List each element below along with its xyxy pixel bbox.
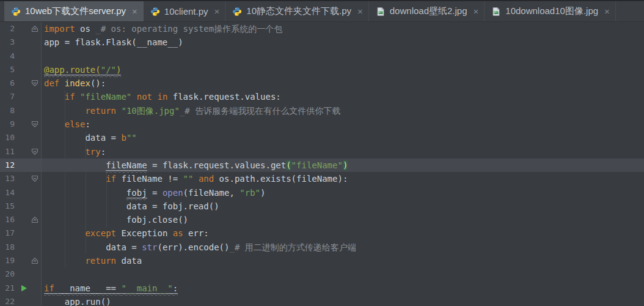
code-line[interactable]: import os _# os: operating system操作系统的一个… <box>42 22 644 35</box>
code-token: app = flask.Flask(__name__) <box>44 37 183 47</box>
code-token: fileName <box>106 160 147 171</box>
editor-tab[interactable]: 10download10图像.jpg× <box>485 1 616 21</box>
gutter: 3 <box>0 35 42 49</box>
code-line[interactable]: data = str(err).encode()_# 用二进制的方式传递给客户端 <box>42 241 644 254</box>
code-line[interactable]: try: <box>42 145 644 159</box>
line-number: 16 <box>0 213 15 226</box>
code-token: not in <box>131 92 167 102</box>
code-row: 3app = flask.Flask(__name__) <box>0 35 644 49</box>
close-icon[interactable]: × <box>214 7 220 16</box>
code-token: ) <box>343 160 348 170</box>
gutter: 16 <box>0 213 42 226</box>
code-token: os.path.exists(fileName): <box>214 174 348 184</box>
editor-tab[interactable]: 10静态文件夹文件下载.py× <box>225 1 368 21</box>
code-line[interactable]: if __name__ == "__main__": <box>42 282 644 295</box>
code-row: 20 <box>0 267 644 281</box>
code-token: str <box>142 242 157 252</box>
code-line[interactable]: return "10图像.jpg"_# 告诉服务端我现在有什么文件供你下载 <box>42 104 644 118</box>
image-file-icon <box>491 7 501 17</box>
close-icon[interactable]: × <box>604 7 610 16</box>
code-line[interactable]: app.run() <box>42 295 644 306</box>
code-token: app.run() <box>44 297 111 306</box>
fold-region-end-icon[interactable] <box>31 256 39 265</box>
code-token: # os: operating system操作系统的一个包 <box>101 24 282 34</box>
code-line[interactable]: else: <box>42 118 644 131</box>
code-line[interactable] <box>42 50 644 63</box>
code-row: 10 data = b"" <box>0 131 644 144</box>
code-token: as <box>173 228 188 238</box>
close-icon[interactable]: × <box>474 7 479 16</box>
code-line[interactable]: fileName = flask.request.values.get("fil… <box>42 159 644 172</box>
code-token: (err).encode() <box>157 242 229 252</box>
python-file-icon <box>150 7 160 17</box>
code-row: 6def index(): <box>0 76 644 90</box>
code-token: ( <box>286 160 291 170</box>
code-line[interactable]: data = b"" <box>42 131 644 144</box>
code-line[interactable]: return data <box>42 254 644 267</box>
fold-region-end-icon[interactable] <box>31 24 39 33</box>
code-line[interactable]: def index(): <box>42 76 644 90</box>
line-number: 10 <box>0 131 15 144</box>
code-row: 2import os _# os: operating system操作系统的一… <box>0 22 644 35</box>
code-token: if <box>106 174 121 184</box>
gutter: 20 <box>0 267 42 281</box>
code-line[interactable]: if "fileName" not in flask.request.value… <box>42 90 644 103</box>
fold-collapse-icon[interactable] <box>31 79 39 88</box>
line-number: 18 <box>0 241 15 254</box>
code-line[interactable]: data = fobj.read() <box>42 200 644 213</box>
gutter: 2 <box>0 22 42 35</box>
code-token <box>44 92 65 102</box>
code-token <box>44 160 106 170</box>
code-token: "" <box>183 174 194 184</box>
code-line[interactable]: if fileName != "" and os.path.exists(fil… <box>42 172 644 185</box>
fold-collapse-icon[interactable] <box>31 174 39 183</box>
code-token: data <box>121 256 142 266</box>
gutter: 9 <box>0 118 42 131</box>
code-token: = flask.request.values.get <box>147 160 287 170</box>
code-line[interactable] <box>42 267 644 281</box>
code-row: 22 app.run() <box>0 295 644 306</box>
editor-tab-bar: 10web下载文件server.py×10client.py×10静态文件夹文件… <box>0 1 644 22</box>
code-token: and <box>193 174 214 184</box>
close-icon[interactable]: × <box>132 7 137 16</box>
code-token: return <box>85 106 121 116</box>
line-number: 2 <box>0 22 15 35</box>
code-line[interactable]: fobj.close() <box>42 213 644 226</box>
editor-tab[interactable]: download壁纸2.jpg× <box>369 1 485 21</box>
close-icon[interactable]: × <box>357 7 363 16</box>
code-line[interactable]: fobj = open(fileName, "rb") <box>42 186 644 200</box>
fold-collapse-icon[interactable] <box>31 120 39 129</box>
code-row: 8 return "10图像.jpg"_# 告诉服务端我现在有什么文件供你下载 <box>0 104 644 118</box>
gutter: 15 <box>0 200 42 213</box>
code-token <box>44 228 85 238</box>
code-editor[interactable]: 2import os _# os: operating system操作系统的一… <box>0 22 644 306</box>
image-file-icon <box>376 7 386 17</box>
line-number: 5 <box>0 63 15 76</box>
code-token: _ <box>90 24 101 34</box>
code-token: except <box>85 228 121 238</box>
code-token: = <box>147 188 163 198</box>
code-token: def <box>44 78 65 88</box>
code-token <box>44 188 126 198</box>
code-token: import <box>44 24 75 34</box>
code-token: "10图像.jpg" <box>121 106 179 116</box>
code-token: flask.request.values: <box>167 92 280 102</box>
code-line[interactable]: @app.route("/") <box>42 63 644 76</box>
fold-collapse-icon[interactable] <box>31 147 39 156</box>
python-file-icon <box>11 7 21 17</box>
code-token <box>44 256 85 266</box>
code-line[interactable]: app = flask.Flask(__name__) <box>42 35 644 49</box>
fold-region-end-icon[interactable] <box>31 215 39 224</box>
gutter: 8 <box>0 104 42 118</box>
line-number: 22 <box>0 295 15 306</box>
code-row: 9 else: <box>0 118 644 131</box>
gutter: 22 <box>0 295 42 306</box>
line-number: 8 <box>0 104 15 118</box>
run-button[interactable] <box>20 284 28 293</box>
line-number: 13 <box>0 172 15 185</box>
editor-tab[interactable]: 10client.py× <box>144 1 225 21</box>
editor-tab[interactable]: 10web下载文件server.py× <box>4 1 144 21</box>
code-line[interactable]: except Exception as err: <box>42 226 644 240</box>
code-token: ) <box>116 65 121 75</box>
code-token <box>44 106 85 116</box>
